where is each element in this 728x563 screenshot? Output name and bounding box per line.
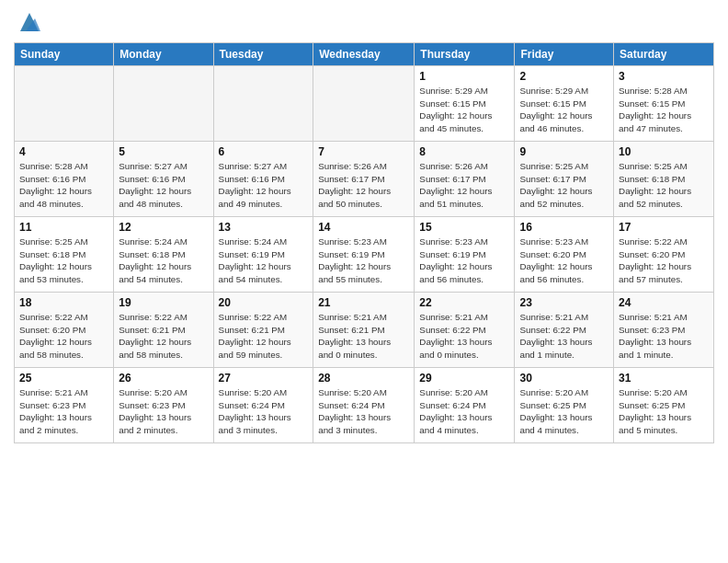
day-number: 14 xyxy=(318,221,409,234)
calendar-day-cell: 30Sunrise: 5:20 AM Sunset: 6:25 PM Dayli… xyxy=(515,368,614,443)
day-number: 8 xyxy=(419,145,509,158)
day-number: 17 xyxy=(619,221,709,234)
day-info: Sunrise: 5:20 AM Sunset: 6:25 PM Dayligh… xyxy=(519,386,609,437)
weekday-header-tuesday: Tuesday xyxy=(213,43,313,66)
weekday-header-friday: Friday xyxy=(515,43,614,66)
calendar-day-cell: 16Sunrise: 5:23 AM Sunset: 6:20 PM Dayli… xyxy=(515,217,614,293)
day-info: Sunrise: 5:25 AM Sunset: 6:18 PM Dayligh… xyxy=(19,236,108,286)
day-number: 22 xyxy=(419,296,509,309)
day-number: 27 xyxy=(219,372,309,385)
calendar-day-cell: 8Sunrise: 5:26 AM Sunset: 6:17 PM Daylig… xyxy=(415,142,515,217)
calendar-day-cell xyxy=(114,66,213,142)
calendar-week-row: 4Sunrise: 5:28 AM Sunset: 6:16 PM Daylig… xyxy=(15,142,714,217)
day-info: Sunrise: 5:22 AM Sunset: 6:20 PM Dayligh… xyxy=(619,236,709,286)
calendar-week-row: 18Sunrise: 5:22 AM Sunset: 6:20 PM Dayli… xyxy=(15,293,714,368)
day-info: Sunrise: 5:20 AM Sunset: 6:25 PM Dayligh… xyxy=(619,386,709,437)
calendar-day-cell: 31Sunrise: 5:20 AM Sunset: 6:25 PM Dayli… xyxy=(614,368,714,443)
day-info: Sunrise: 5:21 AM Sunset: 6:21 PM Dayligh… xyxy=(318,311,409,362)
calendar-day-cell: 21Sunrise: 5:21 AM Sunset: 6:21 PM Dayli… xyxy=(313,293,415,368)
day-info: Sunrise: 5:20 AM Sunset: 6:24 PM Dayligh… xyxy=(419,386,509,437)
calendar-day-cell: 10Sunrise: 5:25 AM Sunset: 6:18 PM Dayli… xyxy=(614,142,714,217)
day-number: 13 xyxy=(219,221,309,234)
calendar-day-cell: 14Sunrise: 5:23 AM Sunset: 6:19 PM Dayli… xyxy=(313,217,415,293)
calendar-day-cell: 24Sunrise: 5:21 AM Sunset: 6:23 PM Dayli… xyxy=(614,293,714,368)
calendar-week-row: 11Sunrise: 5:25 AM Sunset: 6:18 PM Dayli… xyxy=(15,217,714,293)
day-number: 10 xyxy=(619,145,709,158)
logo-icon xyxy=(17,9,42,35)
weekday-header-saturday: Saturday xyxy=(614,43,714,66)
weekday-header-thursday: Thursday xyxy=(415,43,515,66)
day-number: 15 xyxy=(419,221,509,234)
calendar-day-cell: 22Sunrise: 5:21 AM Sunset: 6:22 PM Dayli… xyxy=(415,293,515,368)
calendar-day-cell: 20Sunrise: 5:22 AM Sunset: 6:21 PM Dayli… xyxy=(213,293,313,368)
calendar-day-cell: 1Sunrise: 5:29 AM Sunset: 6:15 PM Daylig… xyxy=(415,66,515,142)
calendar-day-cell: 6Sunrise: 5:27 AM Sunset: 6:16 PM Daylig… xyxy=(213,142,313,217)
calendar-day-cell: 3Sunrise: 5:28 AM Sunset: 6:15 PM Daylig… xyxy=(614,66,714,142)
calendar-day-cell: 28Sunrise: 5:20 AM Sunset: 6:24 PM Dayli… xyxy=(313,368,415,443)
day-number: 23 xyxy=(519,296,609,309)
day-info: Sunrise: 5:24 AM Sunset: 6:19 PM Dayligh… xyxy=(219,236,309,286)
header xyxy=(14,9,714,35)
calendar-day-cell: 7Sunrise: 5:26 AM Sunset: 6:17 PM Daylig… xyxy=(313,142,415,217)
day-info: Sunrise: 5:22 AM Sunset: 6:20 PM Dayligh… xyxy=(19,311,108,362)
day-info: Sunrise: 5:25 AM Sunset: 6:18 PM Dayligh… xyxy=(619,160,709,211)
day-info: Sunrise: 5:22 AM Sunset: 6:21 PM Dayligh… xyxy=(119,311,208,362)
day-number: 19 xyxy=(119,296,208,309)
page-container: SundayMondayTuesdayWednesdayThursdayFrid… xyxy=(0,0,728,453)
day-info: Sunrise: 5:28 AM Sunset: 6:15 PM Dayligh… xyxy=(619,85,709,135)
day-info: Sunrise: 5:21 AM Sunset: 6:23 PM Dayligh… xyxy=(619,311,709,362)
day-number: 29 xyxy=(419,372,509,385)
day-number: 3 xyxy=(619,70,709,83)
calendar-day-cell xyxy=(213,66,313,142)
day-info: Sunrise: 5:26 AM Sunset: 6:17 PM Dayligh… xyxy=(419,160,509,211)
day-info: Sunrise: 5:23 AM Sunset: 6:19 PM Dayligh… xyxy=(419,236,509,286)
day-number: 2 xyxy=(519,70,609,83)
calendar-day-cell: 12Sunrise: 5:24 AM Sunset: 6:18 PM Dayli… xyxy=(114,217,213,293)
calendar-day-cell: 18Sunrise: 5:22 AM Sunset: 6:20 PM Dayli… xyxy=(15,293,114,368)
day-info: Sunrise: 5:21 AM Sunset: 6:22 PM Dayligh… xyxy=(519,311,609,362)
day-info: Sunrise: 5:26 AM Sunset: 6:17 PM Dayligh… xyxy=(318,160,409,211)
calendar-day-cell: 27Sunrise: 5:20 AM Sunset: 6:24 PM Dayli… xyxy=(213,368,313,443)
day-info: Sunrise: 5:22 AM Sunset: 6:21 PM Dayligh… xyxy=(219,311,309,362)
day-number: 16 xyxy=(519,221,609,234)
day-number: 1 xyxy=(419,70,509,83)
day-info: Sunrise: 5:20 AM Sunset: 6:23 PM Dayligh… xyxy=(119,386,208,437)
day-number: 26 xyxy=(119,372,208,385)
day-info: Sunrise: 5:20 AM Sunset: 6:24 PM Dayligh… xyxy=(318,386,409,437)
day-info: Sunrise: 5:21 AM Sunset: 6:22 PM Dayligh… xyxy=(419,311,509,362)
calendar-day-cell: 19Sunrise: 5:22 AM Sunset: 6:21 PM Dayli… xyxy=(114,293,213,368)
weekday-header-monday: Monday xyxy=(114,43,213,66)
calendar-day-cell: 11Sunrise: 5:25 AM Sunset: 6:18 PM Dayli… xyxy=(15,217,114,293)
calendar-day-cell: 17Sunrise: 5:22 AM Sunset: 6:20 PM Dayli… xyxy=(614,217,714,293)
day-number: 30 xyxy=(519,372,609,385)
day-number: 9 xyxy=(519,145,609,158)
day-number: 5 xyxy=(119,145,208,158)
day-info: Sunrise: 5:20 AM Sunset: 6:24 PM Dayligh… xyxy=(219,386,309,437)
calendar-day-cell: 26Sunrise: 5:20 AM Sunset: 6:23 PM Dayli… xyxy=(114,368,213,443)
logo xyxy=(14,9,42,35)
day-number: 11 xyxy=(19,221,108,234)
calendar-table: SundayMondayTuesdayWednesdayThursdayFrid… xyxy=(14,42,714,443)
day-info: Sunrise: 5:25 AM Sunset: 6:17 PM Dayligh… xyxy=(519,160,609,211)
day-info: Sunrise: 5:27 AM Sunset: 6:16 PM Dayligh… xyxy=(219,160,309,211)
day-info: Sunrise: 5:28 AM Sunset: 6:16 PM Dayligh… xyxy=(19,160,108,211)
day-number: 20 xyxy=(219,296,309,309)
calendar-day-cell: 9Sunrise: 5:25 AM Sunset: 6:17 PM Daylig… xyxy=(515,142,614,217)
weekday-header-sunday: Sunday xyxy=(15,43,114,66)
day-info: Sunrise: 5:29 AM Sunset: 6:15 PM Dayligh… xyxy=(519,85,609,135)
day-number: 7 xyxy=(318,145,409,158)
day-number: 12 xyxy=(119,221,208,234)
day-info: Sunrise: 5:29 AM Sunset: 6:15 PM Dayligh… xyxy=(419,85,509,135)
day-number: 31 xyxy=(619,372,709,385)
day-number: 21 xyxy=(318,296,409,309)
day-info: Sunrise: 5:27 AM Sunset: 6:16 PM Dayligh… xyxy=(119,160,208,211)
day-number: 4 xyxy=(19,145,108,158)
calendar-day-cell: 15Sunrise: 5:23 AM Sunset: 6:19 PM Dayli… xyxy=(415,217,515,293)
day-info: Sunrise: 5:23 AM Sunset: 6:19 PM Dayligh… xyxy=(318,236,409,286)
calendar-day-cell xyxy=(15,66,114,142)
calendar-day-cell: 2Sunrise: 5:29 AM Sunset: 6:15 PM Daylig… xyxy=(515,66,614,142)
calendar-day-cell: 29Sunrise: 5:20 AM Sunset: 6:24 PM Dayli… xyxy=(415,368,515,443)
weekday-header-row: SundayMondayTuesdayWednesdayThursdayFrid… xyxy=(15,43,714,66)
calendar-day-cell: 23Sunrise: 5:21 AM Sunset: 6:22 PM Dayli… xyxy=(515,293,614,368)
calendar-day-cell xyxy=(313,66,415,142)
